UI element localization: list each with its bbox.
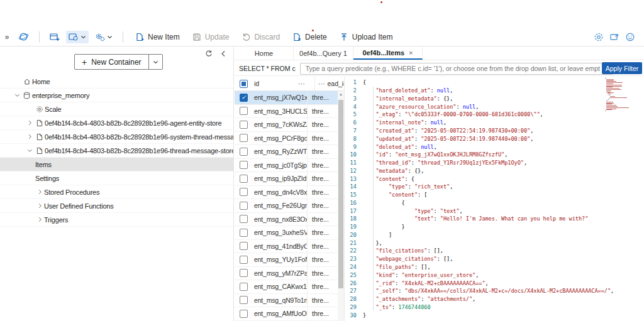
query-predicate-input[interactable] bbox=[300, 63, 613, 75]
select-all-checkbox[interactable] bbox=[240, 80, 248, 88]
document-row[interactable]: ent_msg_jc0TgSjpYON...thre... bbox=[235, 159, 338, 173]
document-row[interactable]: ent_msg_yM7rZPaWw...thre... bbox=[235, 267, 338, 281]
editor-line[interactable]: 1{ bbox=[345, 79, 605, 87]
row-checkbox[interactable] bbox=[240, 134, 248, 142]
new-container-button[interactable]: + New Container bbox=[75, 55, 148, 69]
delete-button[interactable]: Delete bbox=[286, 28, 333, 46]
document-json-editor[interactable]: 1{2 "hard_deleted_at": null,3 "internal_… bbox=[345, 77, 644, 321]
editor-line[interactable]: 10 "id": "ent_msg_jX7wQ1xxOKJHJLRM8GZfsz… bbox=[345, 151, 605, 159]
tree-chevron-icon[interactable] bbox=[35, 189, 44, 195]
document-row[interactable]: ent_msg_RyZzWT6mo...thre... bbox=[235, 145, 338, 159]
tree-chevron-icon[interactable] bbox=[35, 217, 44, 222]
editor-line[interactable]: 2 "hard_deleted_at": null, bbox=[345, 87, 605, 95]
editor-line[interactable]: 26 "_rid": "X4xkAL-M2+cBAAAAAAAACA==", bbox=[345, 279, 605, 287]
row-checkbox[interactable]: ✓ bbox=[240, 94, 248, 102]
editor-line[interactable]: 23 "webpage_citations": [], bbox=[345, 255, 605, 263]
editor-line[interactable]: 28 "_attachments": "attachments/", bbox=[345, 295, 605, 303]
document-row[interactable]: ent_msg_qN9To1n8V...thre... bbox=[235, 294, 338, 308]
document-row[interactable]: ent_msg_dn4cV8xd1rt...thre... bbox=[235, 186, 338, 200]
collapse-panel-icon[interactable] bbox=[221, 50, 226, 57]
tree-item-scale[interactable]: Scale bbox=[0, 102, 233, 116]
editor-line[interactable]: 19 } bbox=[345, 223, 605, 231]
upload-item-button[interactable]: Upload Item bbox=[333, 28, 399, 46]
tree-item-triggers[interactable]: Triggers bbox=[0, 213, 233, 227]
row-checkbox[interactable] bbox=[240, 283, 248, 291]
editor-line[interactable]: 17 "type": "text", bbox=[345, 207, 605, 215]
tree-item-0ef4b1f4-8cb4-4803-b82b-8c28928b1e96-sys[interactable]: 0ef4b1f4-8cb4-4803-b82b-8c28928b1e96-sys… bbox=[0, 130, 233, 144]
tree-item-enterprise-memory[interactable]: enterprise_memory bbox=[0, 89, 233, 102]
editor-line[interactable]: 14 "type": "rich_text", bbox=[345, 183, 605, 191]
id-column-header[interactable]: id bbox=[254, 80, 298, 87]
close-tab-icon[interactable]: × bbox=[409, 49, 413, 57]
document-row[interactable]: ent_msg_AMfUoOQ2...thre... bbox=[235, 307, 338, 321]
editor-line[interactable]: 27 "_self": "dbs/X4xkAA==/colls/X4xkAL-M… bbox=[345, 287, 605, 295]
editor-line[interactable]: 6 "internal_note": null, bbox=[345, 119, 605, 127]
editor-line[interactable]: 18 "text": "Hello! I'm James. What can y… bbox=[345, 215, 605, 223]
document-row[interactable]: ent_msg_41ndByO8m...thre... bbox=[235, 240, 338, 254]
editor-line[interactable]: 12 "metadata": {}, bbox=[345, 166, 605, 175]
editor-line[interactable]: 9 "deleted_at": null, bbox=[345, 143, 605, 151]
row-checkbox[interactable] bbox=[240, 188, 248, 196]
scroll-up-icon[interactable]: ▲ bbox=[338, 91, 344, 97]
new-container-icon[interactable] bbox=[66, 31, 89, 43]
tab-items[interactable]: 0ef4b...Items × bbox=[353, 47, 423, 60]
document-row[interactable]: ent_msg_3HUCLSlz1L...thre... bbox=[235, 105, 338, 119]
document-row[interactable]: ent_msg_nx8E3OxEzjz...thre... bbox=[235, 213, 338, 227]
new-database-icon[interactable] bbox=[47, 31, 62, 43]
tree-chevron-icon[interactable] bbox=[13, 92, 21, 98]
tree-chevron-icon[interactable] bbox=[25, 148, 34, 153]
settings-gears-icon[interactable] bbox=[92, 31, 115, 43]
tree-item-0ef4b1f4-8cb4-4803-b82b-8c28928b1e96-age[interactable]: 0ef4b1f4-8cb4-4803-b82b-8c28928b1e96-age… bbox=[0, 116, 233, 130]
document-row[interactable]: ent_msg_ip9JpZIdEHk...thre... bbox=[235, 172, 338, 186]
row-checkbox[interactable] bbox=[240, 175, 248, 183]
document-row[interactable]: ent_msg_YUy1FoMai...thre... bbox=[235, 253, 338, 267]
editor-line[interactable]: 16 { bbox=[345, 199, 605, 207]
refresh-tree-icon[interactable] bbox=[205, 50, 213, 57]
discard-button[interactable]: Discard bbox=[235, 28, 286, 46]
new-container-dropdown[interactable] bbox=[148, 55, 162, 69]
editor-line[interactable]: 5 "_etag": "\"dc05333f-0000-0700-0000-68… bbox=[345, 111, 605, 119]
table-scrollbar[interactable]: ▲ bbox=[338, 91, 344, 321]
editor-line[interactable]: 4 "azure_resource_location": null, bbox=[345, 102, 605, 111]
tree-item-stored-procedures[interactable]: Stored Procedures bbox=[0, 185, 233, 199]
row-checkbox[interactable] bbox=[240, 202, 248, 210]
row-checkbox[interactable] bbox=[240, 121, 248, 129]
editor-line[interactable]: 24 "file_paths": [], bbox=[345, 263, 605, 271]
row-checkbox[interactable] bbox=[240, 148, 248, 156]
id-column-menu-icon[interactable]: ⋯ bbox=[298, 80, 314, 87]
tab-home[interactable]: Home bbox=[235, 47, 294, 60]
row-checkbox[interactable] bbox=[240, 310, 248, 318]
editor-line[interactable]: 3 "internal_metadata": {}, bbox=[345, 95, 605, 103]
editor-line[interactable]: 21 }, bbox=[345, 239, 605, 247]
new-item-button[interactable]: New Item bbox=[129, 28, 186, 46]
expand-panel-icon[interactable]: » bbox=[0, 33, 14, 41]
row-checkbox[interactable] bbox=[240, 215, 248, 223]
tree-chevron-icon[interactable] bbox=[25, 134, 34, 139]
row-checkbox[interactable] bbox=[240, 256, 248, 264]
editor-line[interactable]: 29 "_ts": 1746744860 bbox=[345, 303, 605, 311]
editor-line[interactable]: 8 "updated_at": "2025-05-08T22:54:19.987… bbox=[345, 134, 605, 143]
editor-line[interactable]: 22 "file_citations": [], bbox=[345, 247, 605, 255]
tree-chevron-icon[interactable] bbox=[35, 203, 44, 209]
editor-line[interactable]: 30} bbox=[345, 311, 605, 319]
partition-key-column-header[interactable]: ⋯ ead_id bbox=[314, 77, 344, 90]
editor-line[interactable]: 11 "thread_id": "thread_Y1RsrJ9Uq1zjYEx5… bbox=[345, 159, 605, 167]
editor-line[interactable]: 7 "created_at": "2025-05-08T22:54:19.987… bbox=[345, 127, 605, 135]
row-checkbox[interactable] bbox=[240, 107, 248, 115]
tree-item-items[interactable]: Items bbox=[0, 158, 233, 171]
tree-chevron-icon[interactable] bbox=[25, 120, 34, 126]
tab-query-1[interactable]: 0ef4b...Query 1 bbox=[294, 47, 353, 60]
apply-filter-button[interactable]: Apply Filter bbox=[602, 62, 642, 74]
document-row[interactable]: ent_msg_3uxheSVMK...thre... bbox=[235, 226, 338, 240]
row-checkbox[interactable] bbox=[240, 229, 248, 237]
document-row[interactable]: ent_msg_CAKwx1F7nY...thre... bbox=[235, 280, 338, 294]
feedback-smiley-icon[interactable] bbox=[625, 32, 635, 42]
tree-item-0ef4b1f4-8cb4-4803-b82b-8c28928b1e96-thr[interactable]: 0ef4b1f4-8cb4-4803-b82b-8c28928b1e96-thr… bbox=[0, 144, 233, 158]
tree-item-settings[interactable]: Settings bbox=[0, 171, 233, 185]
editor-line[interactable]: 15 "content": [ bbox=[345, 191, 605, 199]
row-checkbox[interactable] bbox=[240, 296, 248, 304]
editor-line[interactable]: 13 "content": { bbox=[345, 175, 605, 183]
update-button[interactable]: Update bbox=[186, 28, 236, 46]
editor-line[interactable]: 20 ] bbox=[345, 231, 605, 239]
tree-item-user-defined-functions[interactable]: User Defined Functions bbox=[0, 199, 233, 213]
